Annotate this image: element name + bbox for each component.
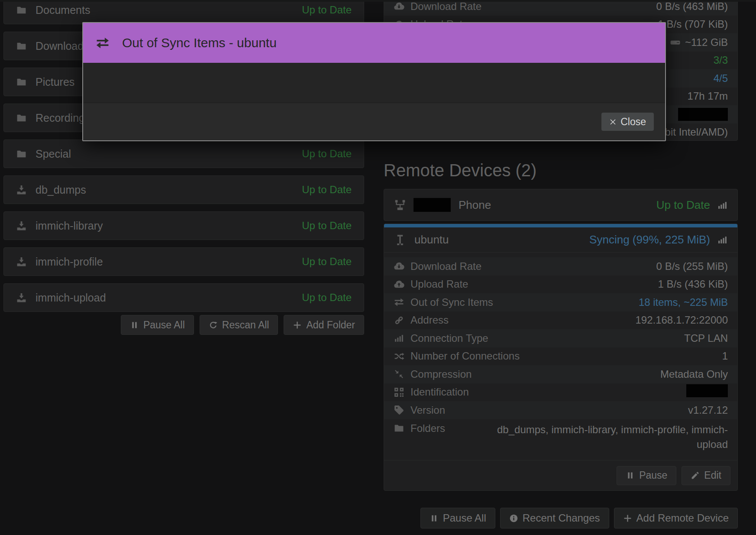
modal-body — [83, 63, 665, 103]
close-button[interactable]: Close — [601, 113, 654, 131]
modal-header: Out of Sync Items - ubuntu — [83, 23, 665, 63]
button-label: Close — [620, 116, 646, 128]
modal-title: Out of Sync Items - ubuntu — [122, 36, 277, 50]
modal-footer: Close — [83, 103, 665, 140]
close-icon — [609, 118, 617, 126]
exchange-icon — [95, 36, 110, 50]
out-of-sync-items-modal: Out of Sync Items - ubuntu Close — [82, 22, 666, 141]
